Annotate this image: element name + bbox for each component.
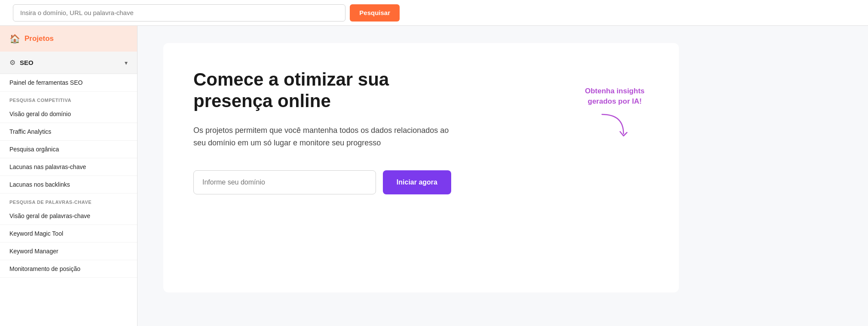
seo-section-header[interactable]: ⚙ SEO ▾ [0,52,137,74]
sidebar-item-keyword-manager[interactable]: Keyword Manager [0,243,137,260]
layout: 🏠 Projetos ⚙ SEO ▾ Painel de ferramentas… [0,26,868,326]
sidebar-item-monitoramento[interactable]: Monitoramento de posição [0,260,137,278]
sidebar-item-lacunas-backlinks[interactable]: Lacunas nos backlinks [0,176,137,194]
domain-input-row: Iniciar agora [193,170,451,194]
seo-label: SEO [20,59,34,66]
sidebar-item-keyword-magic[interactable]: Keyword Magic Tool [0,225,137,243]
sidebar-item-visao-dominio[interactable]: Visão geral do domínio [0,105,137,123]
home-icon: 🏠 [9,34,20,44]
sidebar-item-traffic-analytics[interactable]: Traffic Analytics [0,123,137,141]
sidebar-item-lacunas-palavras[interactable]: Lacunas nas palavras-chave [0,158,137,176]
seo-icon: ⚙ [9,58,15,67]
sidebar-item-visao-palavras[interactable]: Visão geral de palavras-chave [0,207,137,225]
sidebar-item-projetos[interactable]: 🏠 Projetos [0,26,137,52]
section-label-competitiva: PESQUISA COMPETITIVA [0,92,137,105]
sidebar-item-painel[interactable]: Painel de ferramentas SEO [0,74,137,92]
topbar-search-area: Pesquisar [13,4,400,22]
page-title: Comece a otimizar sua presença online [193,69,451,112]
content-description: Os projetos permitem que você mantenha t… [193,124,451,149]
start-button[interactable]: Iniciar agora [383,170,451,194]
projetos-label: Projetos [24,34,54,43]
ai-arrow-icon [598,110,632,140]
ai-insight: Obtenha insights gerados por IA! [585,86,645,140]
content-card: Obtenha insights gerados por IA! Comece … [163,43,679,292]
ai-insight-text: Obtenha insights gerados por IA! [585,86,645,107]
seo-section-header-left: ⚙ SEO [9,58,34,67]
section-label-palavras: PESQUISA DE PALAVRAS-CHAVE [0,194,137,207]
search-button[interactable]: Pesquisar [350,4,400,22]
search-input[interactable] [13,4,345,22]
sidebar-item-pesquisa-organica[interactable]: Pesquisa orgânica [0,141,137,158]
chevron-down-icon: ▾ [125,59,128,66]
main-content: Obtenha insights gerados por IA! Comece … [138,26,868,326]
topbar: Pesquisar [0,0,868,26]
domain-input[interactable] [193,170,376,194]
content-main: Comece a otimizar sua presença online Os… [193,69,451,194]
sidebar: 🏠 Projetos ⚙ SEO ▾ Painel de ferramentas… [0,26,138,326]
